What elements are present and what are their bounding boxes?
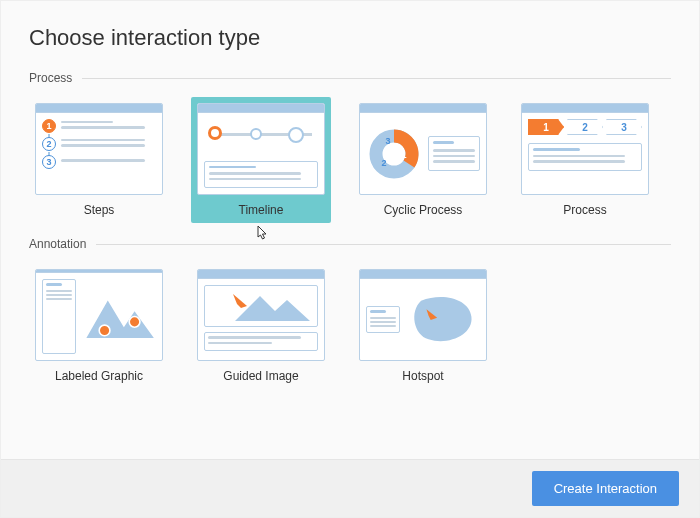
thumb-hotspot [359,269,487,361]
card-label-process: Process [521,203,649,217]
thumb-process: 1 2 3 [521,103,649,195]
section-label-process: Process [29,71,72,85]
svg-text:2: 2 [381,158,386,168]
dialog-title: Choose interaction type [29,25,671,51]
donut-chart-icon: 1 2 3 [366,126,422,182]
card-timeline[interactable]: Timeline [191,97,331,223]
svg-marker-5 [86,300,154,338]
annotation-grid: Labeled Graphic [29,263,671,389]
card-labeled-graphic[interactable]: Labeled Graphic [29,263,169,389]
step-number-3-icon: 3 [42,155,56,169]
card-process[interactable]: 1 2 3 Process [515,97,655,223]
svg-text:3: 3 [385,136,390,146]
card-label-labeled-graphic: Labeled Graphic [35,369,163,383]
timeline-dot-active-icon [208,126,222,140]
chevron-1-icon: 1 [528,119,564,135]
dialog-footer: Create Interaction [1,459,699,517]
step-number-2-icon: 2 [42,137,56,151]
chevron-3-icon: 3 [606,119,642,135]
card-cyclic-process[interactable]: 1 2 3 Cyclic Process [353,97,493,223]
svg-point-6 [99,325,110,336]
card-label-steps: Steps [35,203,163,217]
thumb-cyclic: 1 2 3 [359,103,487,195]
svg-marker-8 [235,296,310,321]
card-label-cyclic: Cyclic Process [359,203,487,217]
card-guided-image[interactable]: Guided Image [191,263,331,389]
thumb-labeled-graphic [35,269,163,361]
svg-text:1: 1 [401,150,406,160]
section-divider [82,78,671,79]
section-header-process: Process [29,71,671,85]
mountains-markers-icon [81,279,156,354]
timeline-dot-icon [250,128,262,140]
region-pointer-icon [405,290,480,350]
process-grid: 1 2 3 Steps [29,97,671,223]
card-label-timeline: Timeline [197,203,325,217]
card-label-guided-image: Guided Image [197,369,325,383]
svg-marker-9 [233,294,247,308]
step-number-1-icon: 1 [42,119,56,133]
create-interaction-button[interactable]: Create Interaction [532,471,679,506]
section-header-annotation: Annotation [29,237,671,251]
section-divider [96,244,671,245]
svg-point-7 [129,317,140,328]
card-label-hotspot: Hotspot [359,369,487,383]
thumb-guided-image [197,269,325,361]
card-steps[interactable]: 1 2 3 Steps [29,97,169,223]
card-hotspot[interactable]: Hotspot [353,263,493,389]
thumb-timeline [197,103,325,195]
chevron-2-icon: 2 [567,119,603,135]
thumb-steps: 1 2 3 [35,103,163,195]
mountains-arrow-icon [205,286,317,326]
section-label-annotation: Annotation [29,237,86,251]
timeline-dot-icon [288,127,304,143]
